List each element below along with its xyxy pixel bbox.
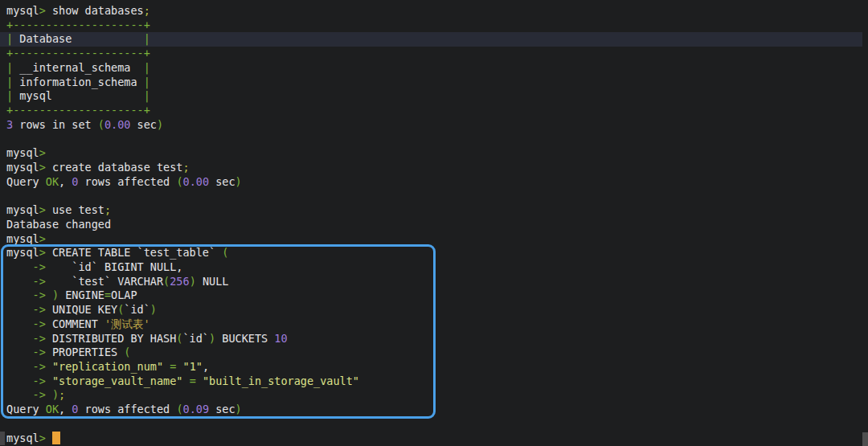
terminal-text-segment [6,360,33,373]
terminal-text-segment: ) [157,118,163,131]
terminal-text-segment: -> [33,317,46,330]
terminal-text-segment: mysql [13,89,144,102]
terminal-text-segment: 10 [274,332,287,345]
create-table-col-test: -> `test` VARCHAR(256) NULL [0,275,868,289]
create-table-close: -> ); [0,388,868,403]
terminal-text-segment [6,388,33,401]
terminal-text-segment: +--------------------+ [6,104,150,117]
terminal-text-segment: "replication_num" [52,360,163,373]
terminal-text-segment: sec [209,175,235,188]
terminal-text-segment [6,260,33,273]
prompt-empty: mysql> [0,232,868,247]
create-table-col-id: -> `id` BIGINT NULL, [0,260,868,275]
prompt-empty: mysql> [0,146,868,161]
terminal-text-segment: DISTRIBUTED BY HASH [46,332,177,345]
create-table-engine: -> ) ENGINE=OLAP [0,288,868,303]
create-table-distributed: -> DISTRIBUTED BY HASH(`id`) BUCKETS 10 [0,332,868,346]
create-table-comment: -> COMMENT '测试表' [0,317,868,332]
terminal-text-segment: 0.09 [183,403,210,415]
terminal-text-segment: ( [124,346,130,358]
terminal-text-segment [6,374,33,387]
terminal-text-segment: ( [176,175,182,188]
terminal-text-segment: ) [52,288,59,301]
result-rows-in-set: 3 rows in set (0.00 sec) [0,118,868,133]
terminal-text-segment: mysql [6,4,39,17]
command-create-table: mysql> CREATE TABLE `test_table` ( [0,246,868,260]
terminal-text-segment: , [59,175,72,188]
terminal-text-segment [6,275,33,288]
command-create-database: mysql> create database test; [0,161,868,175]
terminal-text-segment [46,288,52,301]
terminal-text-segment: ( [163,275,170,288]
table-border: +--------------------+ [0,104,868,118]
terminal-text-segment: sec [209,403,235,415]
table-border: +--------------------+ [0,47,868,61]
terminal-text-segment: show databases [46,4,144,17]
create-table-unique-key: -> UNIQUE KEY(`id`) [0,303,868,317]
terminal-text-segment: -> [33,360,46,373]
terminal-text-segment: | [6,32,13,45]
terminal-text-segment: "built_in_storage_vault" [203,374,359,387]
terminal-text-segment: > [39,146,46,159]
terminal-text-segment: | [144,89,150,102]
terminal-text-segment: ) [235,175,242,188]
terminal-text-segment [46,374,52,387]
terminal-text-segment: | [6,61,13,74]
terminal-text-segment: Query [6,175,46,188]
terminal-text-segment: mysql [6,161,39,174]
command-use-test: mysql> use test; [0,203,868,218]
table-row-internal-schema: | __internal_schema | [0,61,868,76]
terminal-text-segment [46,432,52,444]
terminal-text-segment: > [39,161,46,174]
terminal-text-segment: OK [46,403,59,415]
terminal-text-segment: | [144,61,150,74]
terminal-text-segment: OK [46,175,59,188]
terminal-text-segment: mysql [6,246,39,259]
terminal-text-segment: `test` VARCHAR [46,275,163,288]
terminal-text-segment: ENGINE [59,288,104,301]
terminal-text-segment: -> [33,275,46,288]
table-border: +--------------------+ [0,18,868,33]
terminal-text-segment: BUCKETS [215,332,274,345]
terminal-text-segment: -> [33,346,46,358]
terminal-text-segment [6,288,33,301]
terminal-text-segment: -> [33,388,46,401]
terminal-text-segment: = [104,288,111,301]
terminal-text-segment [6,332,33,345]
terminal-text-segment: | [144,32,150,45]
prompt-current: mysql> [0,432,868,446]
terminal-text-segment: mysql [6,432,39,444]
terminal-text-segment: > [39,432,46,444]
terminal-text-segment: "1" [183,360,203,373]
terminal-text-segment: -> [33,288,46,301]
scrollbar-thumb[interactable] [862,432,868,446]
terminal-text-segment: UNIQUE KEY [46,303,117,316]
terminal-text-segment: `id` [182,332,209,345]
terminal-text-segment [46,388,52,401]
create-table-storage-vault: -> "storage_vault_name" = "built_in_stor… [0,374,868,389]
terminal-text-segment [196,374,203,387]
terminal-text-segment: `id` [124,303,150,316]
terminal-text-segment: Database [13,32,144,45]
terminal-text-segment: +--------------------+ [6,47,150,59]
terminal-window: mysql> show databases;+-----------------… [0,0,868,446]
terminal-text-segment: rows affected [78,403,176,415]
terminal-text-segment: -> [33,374,46,387]
terminal-text-segment [176,360,182,373]
terminal-text-segment: > [39,246,46,259]
terminal-text-segment: mysql [6,146,39,159]
terminal-text-segment: > [39,203,46,216]
terminal-text-segment: | [6,89,13,102]
terminal-text-segment: ) [190,275,196,288]
terminal-text-segment: sec [130,118,157,131]
terminal-text-segment: ( [176,403,182,415]
terminal-text-segment: ; [182,161,189,174]
terminal-text-segment: information_schema [13,76,144,88]
left-edge-mark [0,432,5,445]
terminal-text-segment [46,360,52,373]
table-row-mysql: | mysql | [0,89,868,104]
terminal-text-segment: ( [222,246,228,259]
terminal-text-segment: 256 [170,275,189,288]
terminal-text-segment [163,360,170,373]
terminal-text-segment: ; [144,4,150,17]
